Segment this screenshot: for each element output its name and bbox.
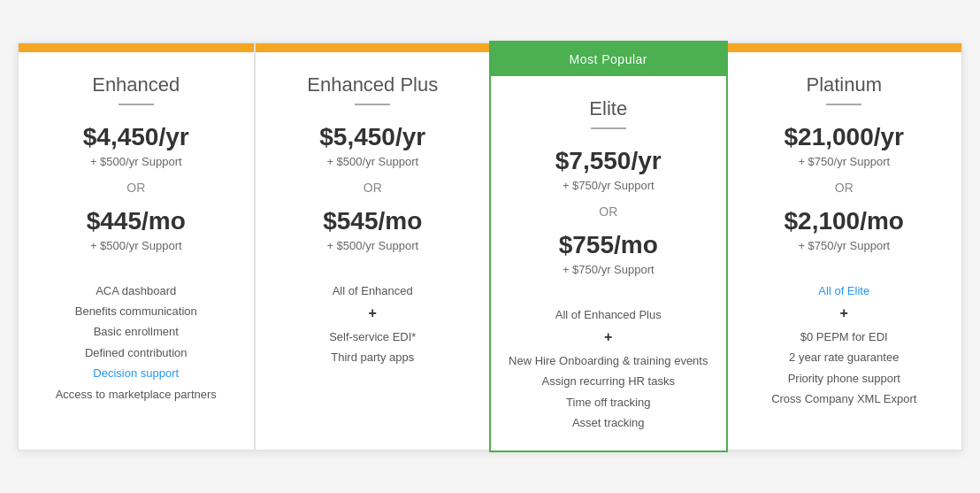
- plan-price-monthly: $445/mo: [87, 207, 186, 235]
- plan-support-monthly: + $750/yr Support: [563, 263, 655, 276]
- plan-name: Enhanced Plus: [307, 73, 438, 96]
- plan-price-yearly: $4,450/yr: [83, 123, 189, 151]
- plan-support-yearly: + $750/yr Support: [798, 155, 890, 168]
- plan-feature-item: Time off tracking: [509, 392, 708, 412]
- plan-support-yearly: + $750/yr Support: [563, 179, 655, 192]
- pricing-table: Enhanced$4,450/yr+ $500/yr SupportOR$445…: [18, 42, 962, 451]
- plan-feature-item: Asset tracking: [509, 412, 708, 433]
- plan-divider: [591, 127, 626, 129]
- plan-support-yearly: + $500/yr Support: [90, 155, 182, 168]
- plan-card-platinum: Platinum$21,000/yr+ $750/yr SupportOR$2,…: [726, 42, 963, 451]
- plan-header-bar-enhanced: [19, 43, 254, 52]
- plan-card-elite: Most PopularElite$7,550/yr+ $750/yr Supp…: [489, 41, 728, 453]
- plan-divider: [355, 104, 390, 105]
- plan-or: OR: [599, 204, 617, 219]
- plan-header-bar-enhanced-plus: [256, 43, 491, 52]
- plan-feature-item: Cross Company XML Export: [745, 389, 945, 409]
- plan-price-yearly: $7,550/yr: [555, 147, 662, 175]
- plan-feature-item: +: [273, 301, 473, 327]
- plan-feature-item: +: [745, 301, 945, 327]
- plan-feature-item: ACA dashboard: [36, 281, 236, 301]
- plan-header-bar-platinum: [727, 43, 962, 52]
- plan-feature-item: All of Elite: [745, 281, 945, 301]
- plan-feature-item: Priority phone support: [745, 368, 945, 389]
- plan-or: OR: [364, 181, 382, 195]
- plan-body-elite: Elite$7,550/yr+ $750/yr SupportOR$755/mo…: [491, 76, 726, 451]
- plan-feature-item: Access to marketplace partners: [36, 384, 236, 404]
- plan-feature-item: Basic enrollment: [36, 321, 236, 342]
- plan-card-enhanced-plus: Enhanced Plus$5,450/yr+ $500/yr SupportO…: [255, 42, 492, 451]
- plan-feature-item: Benefits communication: [36, 301, 236, 321]
- plan-price-yearly: $21,000/yr: [785, 123, 904, 151]
- plan-feature-item: Assign recurring HR tasks: [509, 371, 708, 391]
- plan-name: Platinum: [806, 73, 882, 96]
- plan-name: Enhanced: [92, 73, 180, 96]
- most-popular-label: Most Popular: [570, 52, 647, 66]
- plan-body-enhanced: Enhanced$4,450/yr+ $500/yr SupportOR$445…: [19, 52, 254, 451]
- plan-name: Elite: [589, 97, 627, 120]
- plan-price-monthly: $2,100/mo: [785, 207, 904, 235]
- plan-features-list: ACA dashboardBenefits communicationBasic…: [36, 281, 236, 404]
- plan-price-monthly: $755/mo: [559, 231, 658, 259]
- plan-divider: [119, 104, 154, 105]
- plan-support-monthly: + $750/yr Support: [798, 239, 890, 252]
- plan-or: OR: [835, 181, 854, 195]
- plan-divider: [826, 104, 861, 105]
- plan-card-enhanced: Enhanced$4,450/yr+ $500/yr SupportOR$445…: [18, 42, 255, 451]
- plan-features-list: All of Enhanced Plus+New Hire Onboarding…: [509, 304, 708, 434]
- plan-support-monthly: + $500/yr Support: [90, 239, 182, 252]
- plan-features-list: All of Enhanced+Self-service EDI*Third p…: [273, 281, 473, 368]
- plan-feature-item: Third party apps: [273, 347, 473, 367]
- plan-features-list: All of Elite+$0 PEPM for EDI2 year rate …: [745, 281, 945, 410]
- plan-feature-item: New Hire Onboarding & training events: [509, 350, 708, 371]
- plan-price-yearly: $5,450/yr: [319, 123, 425, 151]
- plan-feature-item: Defined contribution: [36, 343, 236, 363]
- most-popular-bar: Most Popular: [491, 42, 726, 76]
- plan-feature-item: $0 PEPM for EDI: [745, 327, 945, 347]
- plan-support-yearly: + $500/yr Support: [326, 155, 418, 168]
- plan-body-platinum: Platinum$21,000/yr+ $750/yr SupportOR$2,…: [727, 52, 962, 451]
- plan-support-monthly: + $500/yr Support: [326, 239, 418, 252]
- plan-feature-item: Self-service EDI*: [273, 327, 473, 347]
- plan-feature-item: All of Enhanced Plus: [509, 304, 708, 325]
- plan-feature-item: 2 year rate guarantee: [745, 347, 945, 367]
- plan-or: OR: [126, 181, 145, 195]
- plan-feature-item: All of Enhanced: [273, 281, 473, 301]
- plan-feature-item: Decision support: [36, 363, 236, 383]
- plan-feature-item: +: [509, 325, 708, 350]
- plan-price-monthly: $545/mo: [323, 207, 422, 235]
- plan-body-enhanced-plus: Enhanced Plus$5,450/yr+ $500/yr SupportO…: [256, 52, 491, 451]
